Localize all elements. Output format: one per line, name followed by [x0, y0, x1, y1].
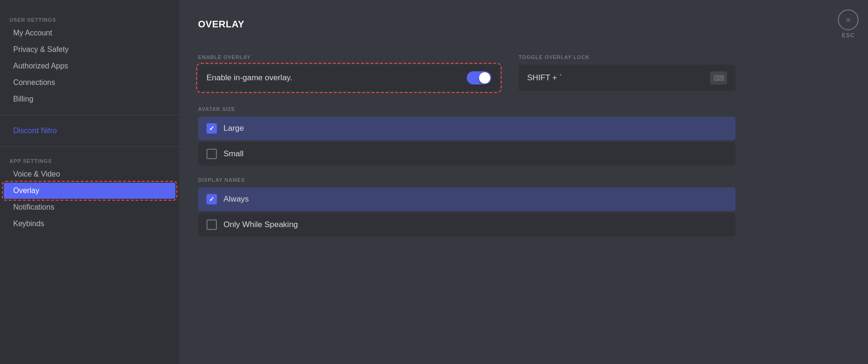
- keyboard-icon: ⌨: [710, 71, 727, 85]
- app-settings-section-label: APP SETTINGS: [0, 154, 179, 166]
- sidebar-divider-2: [0, 146, 179, 147]
- page-title: OVERLAY: [198, 19, 849, 30]
- sidebar-item-notifications[interactable]: Notifications: [4, 199, 175, 215]
- enable-overlay-label: Enable in-game overlay.: [207, 73, 292, 83]
- sidebar-item-my-account[interactable]: My Account: [4, 25, 175, 41]
- sidebar-item-discord-nitro[interactable]: Discord Nitro: [4, 123, 175, 139]
- sidebar-item-billing[interactable]: Billing: [4, 91, 175, 107]
- esc-label: ESC: [842, 32, 855, 39]
- toggle-lock-section: TOGGLE OVERLAY LOCK SHIFT + ` ⌨: [519, 43, 736, 91]
- sidebar-item-connections[interactable]: Connections: [4, 75, 175, 91]
- avatar-size-small-label: Small: [223, 149, 244, 159]
- display-names-speaking-checkbox[interactable]: [207, 220, 217, 230]
- enable-overlay-row[interactable]: Enable in-game overlay.: [198, 65, 500, 91]
- toggle-thumb: [479, 72, 490, 84]
- avatar-size-large-checkbox[interactable]: [207, 123, 217, 134]
- display-names-always-row[interactable]: Always: [198, 187, 736, 211]
- avatar-size-small-checkbox[interactable]: [207, 149, 217, 159]
- avatar-size-large-label: Large: [223, 124, 244, 133]
- sidebar-item-keybinds[interactable]: Keybinds: [4, 216, 175, 232]
- toggle-lock-row[interactable]: SHIFT + ` ⌨: [519, 65, 736, 91]
- overlay-top-row: ENABLE OVERLAY Enable in-game overlay. T…: [198, 43, 849, 93]
- display-names-section-label: DISPLAY NAMES: [198, 177, 849, 183]
- enable-overlay-toggle[interactable]: [467, 71, 491, 85]
- toggle-lock-value: SHIFT + `: [527, 73, 704, 83]
- avatar-size-large-row[interactable]: Large: [198, 117, 736, 140]
- display-names-speaking-label: Only While Speaking: [223, 220, 298, 229]
- display-names-always-checkbox[interactable]: [207, 194, 217, 204]
- sidebar-divider: [0, 115, 179, 115]
- toggle-track[interactable]: [467, 71, 491, 85]
- enable-overlay-section-label: ENABLE OVERLAY: [198, 54, 500, 60]
- main-content: × ESC OVERLAY ENABLE OVERLAY Enable in-g…: [179, 0, 868, 364]
- sidebar-item-privacy-safety[interactable]: Privacy & Safety: [4, 42, 175, 58]
- display-names-always-label: Always: [223, 195, 249, 204]
- close-button[interactable]: ×: [838, 9, 859, 30]
- avatar-size-section-label: AVATAR SIZE: [198, 106, 849, 112]
- user-settings-section-label: USER SETTINGS: [0, 13, 179, 25]
- avatar-size-small-row[interactable]: Small: [198, 142, 736, 166]
- enable-overlay-section: ENABLE OVERLAY Enable in-game overlay.: [198, 43, 500, 93]
- sidebar-item-authorized-apps[interactable]: Authorized Apps: [4, 58, 175, 74]
- sidebar: USER SETTINGS My Account Privacy & Safet…: [0, 0, 179, 364]
- sidebar-item-overlay[interactable]: Overlay: [4, 183, 175, 199]
- sidebar-item-voice-video[interactable]: Voice & Video: [4, 166, 175, 182]
- toggle-lock-section-label: TOGGLE OVERLAY LOCK: [519, 54, 736, 60]
- display-names-speaking-row[interactable]: Only While Speaking: [198, 213, 736, 237]
